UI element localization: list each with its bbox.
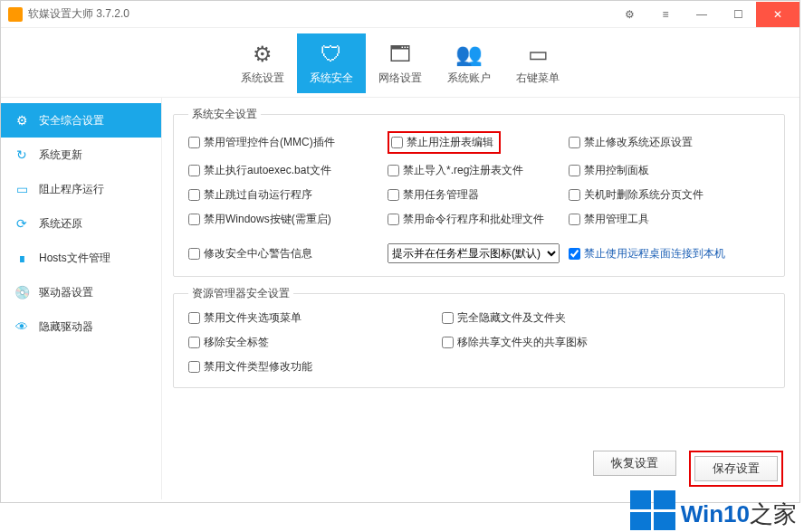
sidebar-item-label: 阻止程序运行 <box>39 182 104 197</box>
tab-network-settings[interactable]: 🗔 网络设置 <box>366 33 435 93</box>
tab-label: 系统设置 <box>241 71 284 86</box>
sidebar: ⚙ 安全综合设置 ↻ 系统更新 ▭ 阻止程序运行 ⟳ 系统还原 ∎ Hosts文… <box>1 98 162 499</box>
dropdown-icon[interactable]: ≡ <box>647 2 684 27</box>
disk-icon: 💿 <box>14 284 30 300</box>
sidebar-item-hide-drives[interactable]: 👁 隐藏驱动器 <box>1 309 161 344</box>
sidebar-item-hosts[interactable]: ∎ Hosts文件管理 <box>1 241 161 275</box>
sidebar-item-label: 安全综合设置 <box>39 113 104 128</box>
close-button[interactable]: ✕ <box>756 2 799 27</box>
sidebar-item-label: Hosts文件管理 <box>39 251 110 266</box>
checkbox-admintools[interactable]: 禁用管理工具 <box>569 212 750 227</box>
checkbox-registry-edit[interactable]: 禁止用注册表编辑 <box>391 135 493 150</box>
tab-system-settings[interactable]: ⚙ 系统设置 <box>228 33 297 93</box>
checkbox-autoexec[interactable]: 禁止执行autoexec.bat文件 <box>188 163 388 178</box>
checkbox-hide-files[interactable]: 完全隐藏文件及文件夹 <box>442 310 695 326</box>
sidebar-item-drive-settings[interactable]: 💿 驱动器设置 <box>1 275 161 309</box>
checkbox-share-icon[interactable]: 移除共享文件夹的共享图标 <box>442 335 695 350</box>
minimize-button[interactable]: — <box>684 2 720 27</box>
restore-button[interactable]: 恢复设置 <box>593 451 676 476</box>
tab-system-accounts[interactable]: 👥 系统账户 <box>435 33 503 93</box>
gear-icon: ⚙ <box>14 112 30 128</box>
checkbox-mmc[interactable]: 禁用管理控件台(MMC)插件 <box>188 135 388 150</box>
gear-icon: ⚙ <box>253 42 273 67</box>
sidebar-item-system-restore[interactable]: ⟳ 系统还原 <box>1 206 161 241</box>
block-icon: ▭ <box>14 181 30 197</box>
checkbox-winkey[interactable]: 禁用Windows按键(需重启) <box>188 212 388 227</box>
group-legend: 资源管理器安全设置 <box>188 286 293 301</box>
refresh-icon: ↻ <box>14 147 30 163</box>
save-button[interactable]: 保存设置 <box>694 456 778 481</box>
hide-icon: 👁 <box>14 318 30 335</box>
sidebar-item-label: 系统还原 <box>39 216 82 232</box>
checkbox-autorun[interactable]: 禁止跳过自动运行程序 <box>188 187 388 203</box>
windows-logo-icon <box>630 490 675 530</box>
security-center-select[interactable]: 提示并在任务栏显示图标(默认) <box>388 243 560 263</box>
checkbox-control-panel[interactable]: 禁用控制面板 <box>569 163 750 178</box>
checkbox-pagefile[interactable]: 关机时删除系统分页文件 <box>569 187 750 203</box>
checkbox-taskmgr[interactable]: 禁用任务管理器 <box>388 187 569 203</box>
titlebar: 软媒设置大师 3.7.2.0 ⚙ ≡ — ☐ ✕ <box>1 1 799 28</box>
shield-icon: 🛡 <box>321 42 342 67</box>
checkbox-folder-options[interactable]: 禁用文件夹选项菜单 <box>188 310 442 326</box>
group-explorer-security: 资源管理器安全设置 禁用文件夹选项菜单 完全隐藏文件及文件夹 移除安全标签 移除… <box>173 286 785 388</box>
app-logo-icon <box>8 7 23 22</box>
restore-icon: ⟳ <box>14 215 30 232</box>
sidebar-item-label: 驱动器设置 <box>39 285 93 300</box>
checkbox-cmd[interactable]: 禁用命令行程序和批处理文件 <box>388 212 569 227</box>
checkbox-security-center[interactable]: 修改安全中心警告信息 <box>188 246 388 261</box>
tab-label: 网络设置 <box>378 71 422 86</box>
watermark: Win10之家 <box>630 490 797 530</box>
sidebar-item-label: 系统更新 <box>39 147 82 163</box>
menu-icon: ▭ <box>528 42 549 67</box>
tab-label: 系统账户 <box>447 71 491 86</box>
checkbox-restore-settings[interactable]: 禁止修改系统还原设置 <box>569 135 750 150</box>
checkbox-filetype[interactable]: 禁用文件类型修改功能 <box>188 359 442 375</box>
sidebar-item-label: 隐藏驱动器 <box>39 319 93 335</box>
group-system-security: 系统安全设置 禁用管理控件台(MMC)插件 禁止用注册表编辑 禁止修改系统还原设… <box>173 107 785 277</box>
tab-system-security[interactable]: 🛡 系统安全 <box>297 33 366 93</box>
sidebar-item-system-update[interactable]: ↻ 系统更新 <box>1 138 161 172</box>
content-area: 系统安全设置 禁用管理控件台(MMC)插件 禁止用注册表编辑 禁止修改系统还原设… <box>162 98 799 499</box>
network-icon: 🗔 <box>389 42 411 67</box>
sidebar-item-security-overview[interactable]: ⚙ 安全综合设置 <box>1 103 161 138</box>
highlighted-checkbox-registry: 禁止用注册表编辑 <box>388 131 501 154</box>
settings-icon[interactable]: ⚙ <box>611 2 647 27</box>
hosts-icon: ∎ <box>14 250 30 266</box>
group-legend: 系统安全设置 <box>188 107 261 122</box>
footer-buttons: 恢复设置 保存设置 <box>593 451 783 487</box>
tab-label: 系统安全 <box>310 71 353 86</box>
sidebar-item-block-programs[interactable]: ▭ 阻止程序运行 <box>1 172 161 206</box>
main-toolbar: ⚙ 系统设置 🛡 系统安全 🗔 网络设置 👥 系统账户 ▭ 右键菜单 <box>1 28 799 98</box>
tab-context-menu[interactable]: ▭ 右键菜单 <box>503 33 572 93</box>
checkbox-remote-desktop[interactable]: 禁止使用远程桌面连接到本机 <box>569 246 750 261</box>
maximize-button[interactable]: ☐ <box>720 2 756 27</box>
watermark-text: Win10之家 <box>681 499 797 530</box>
checkbox-security-tab[interactable]: 移除安全标签 <box>188 335 442 350</box>
tab-label: 右键菜单 <box>516 71 560 86</box>
window-title: 软媒设置大师 3.7.2.0 <box>28 6 129 22</box>
users-icon: 👥 <box>455 42 483 67</box>
highlighted-save: 保存设置 <box>689 451 783 487</box>
checkbox-reg-import[interactable]: 禁止导入*.reg注册表文件 <box>388 163 569 178</box>
